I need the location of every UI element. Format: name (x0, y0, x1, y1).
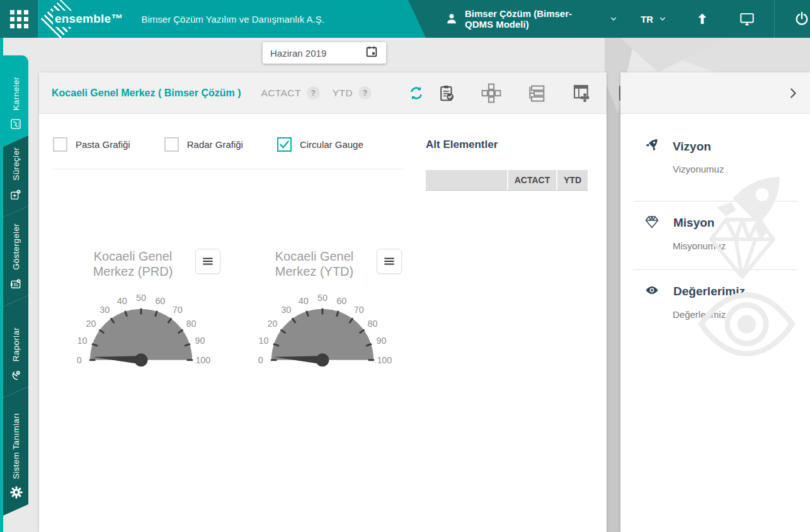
svg-text:30: 30 (281, 305, 291, 315)
section-subtitle: Misyonumuz (673, 241, 797, 251)
background-facet (605, 38, 621, 532)
checkbox-radar-grafigi[interactable] (164, 137, 179, 152)
layout-add-icon[interactable] (572, 83, 592, 103)
svg-text:10: 10 (259, 336, 269, 346)
power-icon[interactable] (794, 11, 810, 27)
report-clipboard-icon[interactable] (437, 84, 456, 103)
sidebar-item-surecler[interactable]: Süreçler (3, 135, 28, 217)
svg-text:100: 100 (377, 355, 392, 365)
table-header-actact: ACTACT (507, 170, 556, 190)
svg-text:80: 80 (368, 319, 378, 329)
help-icon[interactable]: ? (358, 86, 372, 99)
gauges-row: Kocaeli Genel Merkez (PRD) 0102030405060… (53, 249, 403, 376)
hierarchy-list-icon[interactable] (527, 83, 547, 103)
gauge-menu-button[interactable] (195, 249, 220, 274)
indicator-clipboard-icon (9, 278, 22, 290)
sidebar-item-label: Süreçler (11, 147, 21, 181)
sub-elements-title: Alt Elementler (426, 139, 588, 151)
section-misyon[interactable]: Misyon Misyonumuz (620, 201, 810, 269)
user-icon (445, 12, 459, 26)
table-header-name (426, 170, 507, 190)
chevron-down-icon (609, 14, 618, 23)
diamond-icon (644, 214, 659, 232)
vision-panel-header (620, 72, 810, 114)
gauge-menu-button[interactable] (377, 249, 402, 274)
gauge-chart: 0102030405060708090100 (243, 289, 402, 376)
scorecard-content: Pasta Grafiği Radar Grafiği Circular Gau… (39, 115, 607, 532)
monitor-icon[interactable] (739, 11, 755, 27)
user-name: Bimser Çözüm (Bimser- QDMS Modeli) (465, 8, 603, 30)
svg-text:60: 60 (336, 296, 346, 306)
refresh-icon[interactable] (408, 85, 425, 101)
table-header-ytd: YTD (556, 170, 588, 190)
svg-text:90: 90 (377, 336, 387, 346)
option-label: Circular Gauge (300, 139, 363, 150)
gauge-ytd: Kocaeli Genel Merkez (YTD) 0102030405060… (243, 249, 402, 376)
sidebar-item-label: Göstergeler (11, 224, 21, 270)
svg-text:70: 70 (173, 305, 183, 315)
table-header-row: ACTACT YTD (426, 170, 588, 191)
period-value: Haziran 2019 (270, 48, 365, 59)
org-chart-icon[interactable] (481, 83, 501, 103)
checkbox-circular-gauge[interactable] (277, 137, 292, 152)
app-header: ensemble™ Bimser Çözüm Yazılım ve Danışm… (0, 0, 810, 38)
option-radar-grafigi[interactable]: Radar Grafiği (164, 137, 243, 152)
apps-grid-icon[interactable] (0, 0, 38, 38)
badge-label: ACTACT (261, 88, 301, 99)
section-subtitle: Vizyonumuz (673, 164, 797, 174)
user-menu[interactable]: Bimser Çözüm (Bimser- QDMS Modeli) (445, 8, 618, 30)
report-gauge-icon (9, 369, 22, 382)
upload-arrow-icon[interactable] (695, 11, 710, 26)
header-divider (774, 0, 775, 38)
section-subtitle: Değerlerimiz (673, 309, 797, 320)
checkbox-pasta-grafigi[interactable] (53, 137, 67, 152)
language-selector[interactable]: TR (618, 14, 667, 25)
gauge-title: Kocaeli Genel Merkez (PRD) (62, 249, 195, 279)
sidebar-item-sistem-tanimlari[interactable]: Sistem Tanımları (3, 387, 28, 516)
process-icon (9, 188, 22, 201)
section-degerlerimiz[interactable]: Değerlerimiz Değerlerimiz (620, 270, 810, 338)
chevron-right-icon[interactable] (784, 84, 802, 103)
svg-text:10: 10 (77, 336, 88, 346)
svg-text:30: 30 (100, 305, 110, 315)
option-pasta-grafigi[interactable]: Pasta Grafiği (53, 137, 130, 152)
svg-text:40: 40 (299, 296, 309, 306)
section-vizyon[interactable]: Vizyon Vizyonumuz (620, 114, 810, 201)
charts-column: Pasta Grafiği Radar Grafiği Circular Gau… (39, 115, 403, 532)
badge-label: YTD (333, 88, 353, 99)
chart-type-options: Pasta Grafiği Radar Grafiği Circular Gau… (53, 137, 403, 152)
svg-text:40: 40 (117, 296, 127, 306)
sidebar-item-raporlar[interactable]: Raporlar (3, 295, 28, 398)
brand-name: ensemble™ (53, 11, 125, 27)
svg-text:70: 70 (354, 305, 364, 315)
badge-actact: ACTACT ? (261, 86, 320, 99)
scorecard-panel: Kocaeli Genel Merkez ( Bimser Çözüm ) AC… (39, 72, 607, 532)
option-circular-gauge[interactable]: Circular Gauge (277, 137, 363, 152)
vision-panel: Vizyon Vizyonumuz Misyon Misyonumuz Değe… (620, 72, 810, 532)
header-right-section: Bimser Çözüm (Bimser- QDMS Modeli) TR (408, 0, 810, 38)
period-picker[interactable]: Haziran 2019 (263, 42, 386, 64)
language-label: TR (641, 14, 653, 25)
scorecard-icon (9, 118, 22, 130)
help-icon[interactable]: ? (307, 86, 320, 99)
background-facet (620, 38, 727, 72)
option-label: Pasta Grafiği (76, 139, 130, 150)
sidebar-item-gostergeler[interactable]: Göstergeler (3, 206, 28, 307)
svg-text:50: 50 (317, 293, 328, 303)
section-title: Vizyon (673, 140, 711, 154)
section-title: Misyon (673, 216, 714, 230)
scorecard-toolbar: Kocaeli Genel Merkez ( Bimser Çözüm ) AC… (39, 72, 607, 114)
gauge-title: Kocaeli Genel Merkez (YTD) (243, 249, 377, 279)
calendar-icon[interactable] (365, 45, 379, 61)
gauge-chart: 0102030405060708090100 (62, 289, 220, 376)
option-label: Radar Grafiği (187, 139, 243, 150)
section-divider (53, 169, 403, 169)
svg-text:20: 20 (86, 319, 96, 329)
sidebar-item-label: Raporlar (11, 327, 21, 361)
svg-text:0: 0 (258, 355, 263, 365)
svg-text:80: 80 (186, 319, 197, 329)
svg-text:0: 0 (77, 355, 82, 365)
section-title: Değerlerimiz (673, 285, 745, 298)
sidebar-item-label: Karneler (11, 77, 21, 110)
sidebar-item-karneler[interactable]: Karneler (3, 55, 28, 147)
